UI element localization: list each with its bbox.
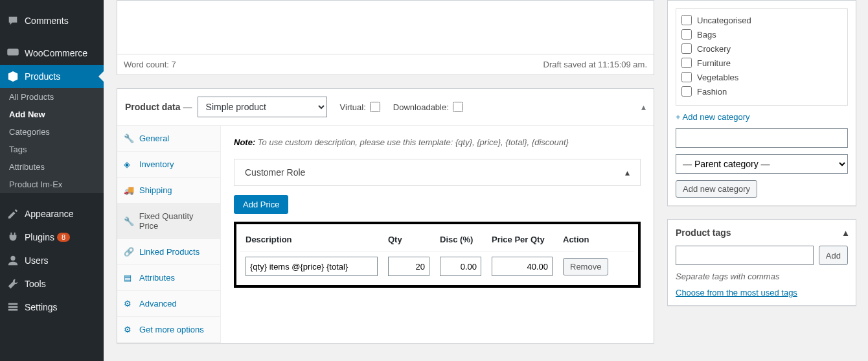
comments-icon — [6, 14, 19, 27]
plugins-icon — [6, 231, 19, 244]
add-tag-button[interactable]: Add — [819, 246, 848, 265]
tag-input[interactable] — [676, 246, 814, 265]
wrench-icon: 🔧 — [124, 216, 135, 226]
chevron-up-icon[interactable]: ▴ — [843, 227, 848, 238]
nav-label: Comments — [25, 16, 69, 26]
inventory-icon: ◈ — [124, 159, 135, 169]
svg-rect-2 — [8, 303, 17, 305]
product-tags-box: Product tags ▴ Add Separate tags with co… — [667, 219, 856, 306]
editor-box: Word count: 7 Draft saved at 11:15:09 am… — [117, 0, 654, 75]
link-icon: 🔗 — [124, 247, 135, 257]
add-price-button[interactable]: Add Price — [234, 195, 288, 214]
category-list[interactable]: Uncategorised Bags Crockery Furniture Ve… — [676, 8, 848, 106]
remove-button[interactable]: Remove — [563, 258, 608, 275]
virtual-checkbox[interactable] — [370, 102, 380, 112]
tab-attributes[interactable]: ▤Attributes — [117, 265, 220, 291]
sub-attributes[interactable]: Attributes — [0, 158, 104, 176]
settings-icon — [6, 301, 19, 314]
tab-advanced[interactable]: ⚙Advanced — [117, 291, 220, 317]
tab-fixed-qty-price[interactable]: 🔧Fixed Quantity Price — [117, 204, 220, 239]
nav-label: Plugins — [25, 232, 54, 242]
tab-general[interactable]: 🔧General — [117, 126, 220, 152]
product-tabs: 🔧General ◈Inventory 🚚Shipping 🔧Fixed Qua… — [117, 126, 221, 343]
right-column: Uncategorised Bags Crockery Furniture Ve… — [667, 0, 868, 361]
products-icon — [6, 70, 19, 83]
nav-label: Tools — [25, 279, 46, 289]
tab-linked-products[interactable]: 🔗Linked Products — [117, 239, 220, 265]
ppq-input[interactable] — [492, 257, 553, 276]
svg-rect-3 — [8, 306, 17, 308]
nav-label: Settings — [25, 302, 58, 312]
nav-products[interactable]: Products — [0, 65, 104, 88]
product-data-box: Product data — Simple product Virtual: D… — [117, 88, 654, 344]
downloadable-checkbox[interactable] — [453, 102, 463, 112]
sub-add-new[interactable]: Add New — [0, 106, 104, 123]
admin-sidebar: Comments WooCommerce Products All Produc… — [0, 0, 104, 361]
gear-icon: ⚙ — [124, 299, 135, 309]
table-row: Remove — [240, 251, 634, 282]
nav-woocommerce[interactable]: WooCommerce — [0, 41, 104, 65]
nav-label: Products — [25, 71, 60, 82]
role-box[interactable]: Customer Role ▴ — [234, 159, 641, 186]
nav-comments[interactable]: Comments — [0, 9, 104, 32]
price-table-wrap: Description Qty Disc (%) Price Per Qty A… — [234, 222, 641, 288]
tag-hint: Separate tags with commas — [676, 272, 848, 281]
sub-tags[interactable]: Tags — [0, 141, 104, 158]
downloadable-label: Downloadable: — [393, 102, 463, 112]
note: Note: To use custom description, please … — [234, 137, 641, 147]
add-new-category-button[interactable]: Add new category — [676, 180, 757, 198]
parent-category-select[interactable]: — Parent category — — [676, 154, 848, 174]
sub-product-imex[interactable]: Product Im-Ex — [0, 176, 104, 193]
tab-content: Note: To use custom description, please … — [221, 126, 654, 343]
nav-label: Appearance — [25, 209, 74, 219]
svg-rect-0 — [7, 49, 19, 56]
cat-item-crockery[interactable]: Crockery — [680, 41, 843, 56]
main-content: Word count: 7 Draft saved at 11:15:09 am… — [104, 0, 667, 361]
cat-item-vegetables[interactable]: Vegetables — [680, 70, 843, 84]
draft-status: Draft saved at 11:15:09 am. — [543, 60, 647, 69]
virtual-label: Virtual: — [340, 102, 380, 112]
nav-appearance[interactable]: Appearance — [0, 202, 104, 226]
wrench-icon: 🔧 — [124, 134, 135, 143]
tab-inventory[interactable]: ◈Inventory — [117, 152, 220, 178]
th-ppq: Price Per Qty — [486, 228, 558, 251]
cat-item-uncategorised[interactable]: Uncategorised — [680, 13, 843, 27]
nav-tools[interactable]: Tools — [0, 272, 104, 296]
list-icon: ▤ — [124, 273, 135, 283]
disc-input[interactable] — [440, 257, 481, 276]
svg-point-1 — [10, 256, 15, 261]
product-type-select[interactable]: Simple product — [198, 97, 327, 117]
tab-get-more[interactable]: ⚙Get more options — [117, 317, 220, 343]
plugins-badge: 8 — [57, 233, 70, 242]
sub-categories[interactable]: Categories — [0, 123, 104, 141]
collapse-icon[interactable]: ▴ — [641, 102, 646, 112]
sub-all-products[interactable]: All Products — [0, 88, 104, 106]
new-category-input[interactable] — [676, 128, 848, 148]
cat-item-fashion[interactable]: Fashion — [680, 84, 843, 99]
chevron-up-icon: ▴ — [625, 167, 630, 178]
svg-rect-4 — [8, 309, 17, 311]
shipping-icon: 🚚 — [124, 185, 135, 195]
th-desc: Description — [240, 228, 383, 251]
desc-input[interactable] — [246, 257, 378, 276]
gear-icon: ⚙ — [124, 325, 135, 334]
woo-icon — [6, 47, 19, 60]
nav-settings[interactable]: Settings — [0, 296, 104, 319]
tab-shipping[interactable]: 🚚Shipping — [117, 178, 220, 204]
nav-label: WooCommerce — [25, 48, 87, 58]
choose-tags-link[interactable]: Choose from the most used tags — [676, 288, 797, 297]
th-action: Action — [558, 228, 634, 251]
tags-title: Product tags — [676, 227, 731, 238]
dash: — — [183, 102, 192, 112]
price-table: Description Qty Disc (%) Price Per Qty A… — [240, 228, 634, 281]
cat-item-bags[interactable]: Bags — [680, 27, 843, 41]
nav-users[interactable]: Users — [0, 249, 104, 272]
add-category-link[interactable]: + Add new category — [676, 112, 750, 122]
nav-label: Users — [25, 255, 49, 266]
editor-body[interactable] — [117, 1, 654, 54]
nav-plugins[interactable]: Plugins 8 — [0, 226, 104, 249]
qty-input[interactable] — [388, 257, 429, 276]
word-count: Word count: 7 — [124, 60, 176, 69]
cat-item-furniture[interactable]: Furniture — [680, 56, 843, 70]
appearance-icon — [6, 207, 19, 220]
